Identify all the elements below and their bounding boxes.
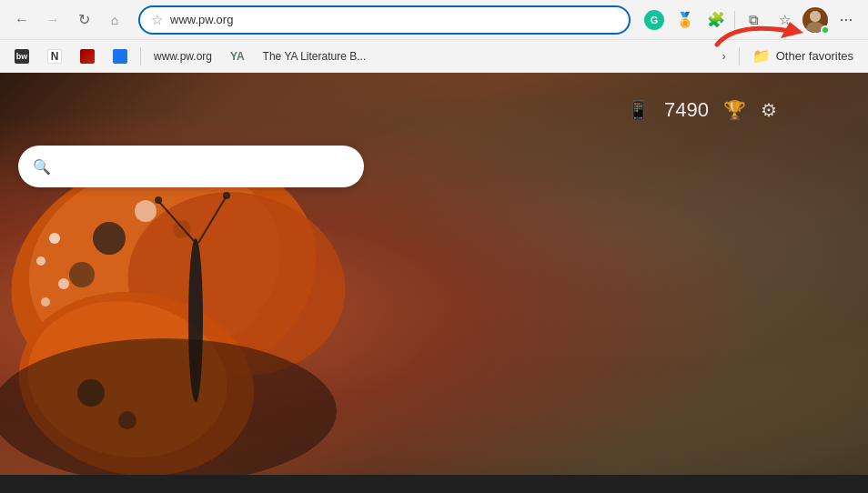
score-area: 📱 7490 🏆 ⚙ bbox=[627, 98, 777, 122]
other-favorites-label: Other favorites bbox=[776, 49, 853, 63]
grammarly-button[interactable]: G bbox=[640, 5, 669, 35]
fav-item-red[interactable] bbox=[73, 45, 102, 67]
split-icon: ⧉ bbox=[749, 12, 759, 28]
settings-icon: ⚙ bbox=[761, 99, 777, 121]
medal-icon: 🏅 bbox=[676, 11, 694, 28]
split-screen-button[interactable]: ⧉ bbox=[739, 5, 768, 35]
fav-item-bw[interactable]: bw bbox=[7, 45, 36, 67]
toolbar: ← → ↻ ⌂ ☆ www.pw.org G 🏅 bbox=[0, 0, 868, 40]
svg-point-5 bbox=[93, 222, 126, 255]
separator-1 bbox=[734, 11, 735, 29]
phone-icon: 📱 bbox=[627, 99, 650, 121]
content-overlay: 🔍 bbox=[18, 146, 364, 187]
rewards-button[interactable]: 🏅 bbox=[671, 5, 700, 35]
fav-item-pw[interactable]: www.pw.org bbox=[146, 46, 219, 66]
chevron-right-icon: › bbox=[722, 49, 725, 63]
settings-menu-button[interactable]: ··· bbox=[832, 5, 861, 35]
fav-item-n[interactable]: N bbox=[40, 45, 69, 67]
fav-more-button[interactable]: › bbox=[714, 45, 732, 66]
puzzle-icon: 🧩 bbox=[707, 11, 725, 28]
favorites-icon: ☆ bbox=[779, 12, 791, 28]
fav-item-blue[interactable] bbox=[106, 45, 135, 67]
favorites-button[interactable]: ☆ bbox=[770, 5, 799, 35]
fav-item-ya-lit[interactable]: The YA Literature B... bbox=[256, 46, 374, 66]
svg-point-12 bbox=[41, 297, 50, 307]
ellipsis-icon: ··· bbox=[839, 10, 853, 29]
score-number: 7490 bbox=[664, 98, 709, 122]
favorites-bar: bw N www.pw.org YA The YA Literature B..… bbox=[0, 40, 868, 73]
toolbar-icons: G 🏅 🧩 ⧉ ☆ bbox=[640, 5, 861, 35]
svg-point-10 bbox=[36, 257, 45, 266]
address-bar-container: ☆ www.pw.org bbox=[138, 5, 631, 35]
nav-buttons: ← → ↻ ⌂ bbox=[7, 5, 129, 35]
svg-point-8 bbox=[69, 262, 95, 287]
back-button[interactable]: ← bbox=[7, 5, 36, 35]
background-image: 📱 7490 🏆 ⚙ 🔍 bbox=[0, 73, 868, 475]
trophy-icon: 🏆 bbox=[723, 99, 746, 121]
svg-point-6 bbox=[135, 200, 156, 222]
address-text: www.pw.org bbox=[170, 13, 618, 26]
extensions-button[interactable]: 🧩 bbox=[701, 5, 731, 35]
svg-point-11 bbox=[58, 278, 69, 289]
fav-ya-lit-label: The YA Literature B... bbox=[263, 50, 367, 63]
fav-red-icon bbox=[80, 49, 95, 64]
main-content: 📱 7490 🏆 ⚙ 🔍 bbox=[0, 73, 868, 475]
fav-n-icon: N bbox=[47, 49, 62, 64]
fav-separator-2 bbox=[739, 47, 740, 65]
svg-point-20 bbox=[155, 196, 162, 204]
search-bar[interactable]: 🔍 bbox=[18, 146, 364, 187]
grammarly-icon: G bbox=[644, 10, 664, 30]
refresh-button[interactable]: ↻ bbox=[69, 5, 98, 35]
profile-area bbox=[801, 5, 830, 35]
folder-icon: 📁 bbox=[752, 47, 771, 65]
forward-button[interactable]: → bbox=[38, 5, 67, 35]
svg-point-9 bbox=[49, 233, 60, 244]
fav-item-ya-icon[interactable]: YA bbox=[223, 46, 252, 66]
sync-badge bbox=[821, 25, 830, 35]
fav-bw-icon: bw bbox=[15, 49, 29, 64]
fav-pw-label: www.pw.org bbox=[154, 50, 212, 63]
fav-separator bbox=[140, 47, 141, 65]
fav-blue-icon bbox=[113, 49, 127, 64]
search-icon: 🔍 bbox=[33, 158, 51, 176]
fav-ya-icon-label: YA bbox=[230, 50, 245, 63]
address-bar[interactable]: ☆ www.pw.org bbox=[138, 5, 631, 35]
browser-window: ← → ↻ ⌂ ☆ www.pw.org G 🏅 bbox=[0, 0, 868, 475]
star-icon: ☆ bbox=[151, 12, 163, 28]
home-button[interactable]: ⌂ bbox=[100, 5, 129, 35]
svg-point-22 bbox=[223, 192, 230, 199]
svg-point-2 bbox=[810, 11, 821, 22]
other-favorites-button[interactable]: 📁 Other favorites bbox=[745, 44, 861, 68]
